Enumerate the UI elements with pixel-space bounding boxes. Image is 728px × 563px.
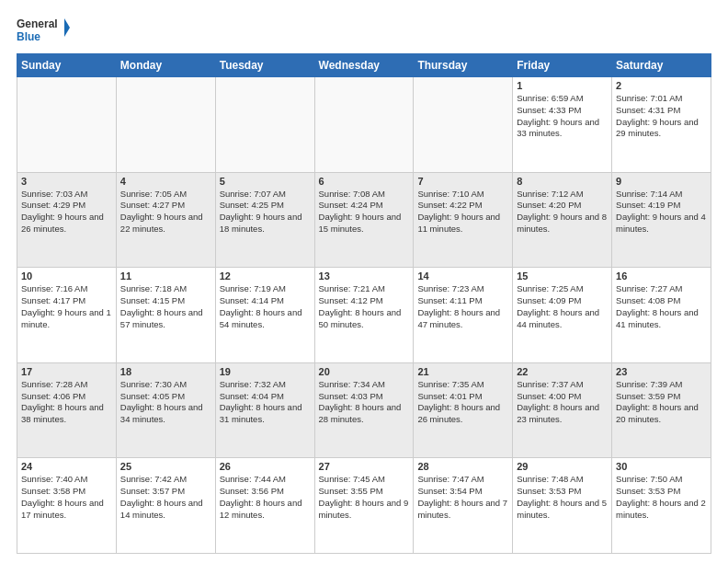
calendar-week-row: 17Sunrise: 7:28 AM Sunset: 4:06 PM Dayli…	[17, 362, 711, 458]
calendar-cell: 13Sunrise: 7:21 AM Sunset: 4:12 PM Dayli…	[314, 268, 414, 363]
calendar-cell: 12Sunrise: 7:19 AM Sunset: 4:14 PM Dayli…	[215, 268, 314, 363]
page: General Blue SundayMondayTuesdayWednesda…	[0, 0, 728, 563]
calendar-header-sunday: Sunday	[17, 54, 117, 77]
day-info: Sunrise: 7:35 AM Sunset: 4:01 PM Dayligh…	[417, 379, 508, 426]
calendar-cell	[116, 77, 215, 173]
day-info: Sunrise: 7:40 AM Sunset: 3:58 PM Dayligh…	[21, 474, 112, 521]
calendar-header-friday: Friday	[513, 54, 612, 77]
calendar-cell	[215, 77, 314, 173]
day-info: Sunrise: 7:19 AM Sunset: 4:14 PM Dayligh…	[220, 283, 311, 330]
day-number: 28	[417, 461, 508, 472]
day-info: Sunrise: 7:48 AM Sunset: 3:53 PM Dayligh…	[517, 474, 608, 521]
calendar-cell: 26Sunrise: 7:44 AM Sunset: 3:56 PM Dayli…	[215, 458, 314, 554]
calendar-week-row: 10Sunrise: 7:16 AM Sunset: 4:17 PM Dayli…	[17, 268, 711, 363]
day-number: 11	[120, 270, 211, 282]
calendar-header-monday: Monday	[116, 54, 215, 77]
calendar-cell	[314, 77, 414, 173]
calendar-week-row: 24Sunrise: 7:40 AM Sunset: 3:58 PM Dayli…	[17, 458, 711, 554]
calendar-table: SundayMondayTuesdayWednesdayThursdayFrid…	[17, 53, 711, 554]
day-info: Sunrise: 7:25 AM Sunset: 4:09 PM Dayligh…	[517, 283, 608, 330]
calendar-cell: 20Sunrise: 7:34 AM Sunset: 4:03 PM Dayli…	[314, 362, 414, 458]
day-number: 24	[21, 461, 112, 472]
day-number: 29	[517, 461, 608, 472]
day-number: 30	[616, 461, 707, 472]
day-info: Sunrise: 7:44 AM Sunset: 3:56 PM Dayligh…	[220, 474, 311, 521]
day-info: Sunrise: 7:50 AM Sunset: 3:53 PM Dayligh…	[616, 474, 707, 521]
day-number: 25	[120, 461, 211, 472]
day-number: 14	[417, 270, 508, 282]
day-info: Sunrise: 7:45 AM Sunset: 3:55 PM Dayligh…	[319, 474, 410, 521]
logo: General Blue	[17, 15, 72, 48]
day-number: 27	[319, 461, 410, 472]
calendar-cell: 22Sunrise: 7:37 AM Sunset: 4:00 PM Dayli…	[513, 362, 612, 458]
day-number: 17	[21, 366, 112, 377]
calendar-cell: 27Sunrise: 7:45 AM Sunset: 3:55 PM Dayli…	[314, 458, 414, 554]
day-info: Sunrise: 7:03 AM Sunset: 4:29 PM Dayligh…	[21, 189, 112, 236]
day-info: Sunrise: 7:42 AM Sunset: 3:57 PM Dayligh…	[120, 474, 211, 521]
calendar-header-tuesday: Tuesday	[215, 54, 314, 77]
day-info: Sunrise: 7:01 AM Sunset: 4:31 PM Dayligh…	[616, 93, 707, 140]
day-info: Sunrise: 7:10 AM Sunset: 4:22 PM Dayligh…	[417, 189, 508, 236]
svg-text:General: General	[17, 17, 58, 30]
day-number: 16	[616, 270, 707, 282]
calendar-header-wednesday: Wednesday	[314, 54, 414, 77]
day-info: Sunrise: 7:08 AM Sunset: 4:24 PM Dayligh…	[319, 189, 410, 236]
day-number: 1	[517, 80, 608, 91]
calendar-week-row: 3Sunrise: 7:03 AM Sunset: 4:29 PM Daylig…	[17, 172, 711, 268]
calendar-cell: 21Sunrise: 7:35 AM Sunset: 4:01 PM Dayli…	[414, 362, 513, 458]
day-number: 12	[220, 270, 311, 282]
calendar-cell: 17Sunrise: 7:28 AM Sunset: 4:06 PM Dayli…	[17, 362, 117, 458]
day-number: 23	[616, 366, 707, 377]
calendar-cell: 30Sunrise: 7:50 AM Sunset: 3:53 PM Dayli…	[612, 458, 711, 554]
day-number: 20	[319, 366, 410, 377]
calendar-cell: 19Sunrise: 7:32 AM Sunset: 4:04 PM Dayli…	[215, 362, 314, 458]
day-number: 5	[220, 176, 311, 187]
calendar-cell: 5Sunrise: 7:07 AM Sunset: 4:25 PM Daylig…	[215, 172, 314, 268]
header: General Blue	[17, 15, 711, 48]
calendar-cell: 16Sunrise: 7:27 AM Sunset: 4:08 PM Dayli…	[612, 268, 711, 363]
calendar-header-thursday: Thursday	[414, 54, 513, 77]
calendar-cell: 23Sunrise: 7:39 AM Sunset: 3:59 PM Dayli…	[612, 362, 711, 458]
calendar-cell	[414, 77, 513, 173]
svg-marker-2	[64, 18, 70, 37]
day-info: Sunrise: 7:05 AM Sunset: 4:27 PM Dayligh…	[120, 189, 211, 236]
calendar-cell: 14Sunrise: 7:23 AM Sunset: 4:11 PM Dayli…	[414, 268, 513, 363]
calendar-cell: 25Sunrise: 7:42 AM Sunset: 3:57 PM Dayli…	[116, 458, 215, 554]
day-info: Sunrise: 7:23 AM Sunset: 4:11 PM Dayligh…	[417, 283, 508, 330]
calendar-cell: 6Sunrise: 7:08 AM Sunset: 4:24 PM Daylig…	[314, 172, 414, 268]
calendar-cell: 8Sunrise: 7:12 AM Sunset: 4:20 PM Daylig…	[513, 172, 612, 268]
day-info: Sunrise: 6:59 AM Sunset: 4:33 PM Dayligh…	[517, 93, 608, 140]
day-number: 22	[517, 366, 608, 377]
svg-text:Blue: Blue	[17, 30, 40, 43]
day-number: 19	[220, 366, 311, 377]
calendar-cell: 28Sunrise: 7:47 AM Sunset: 3:54 PM Dayli…	[414, 458, 513, 554]
calendar-week-row: 1Sunrise: 6:59 AM Sunset: 4:33 PM Daylig…	[17, 77, 711, 173]
day-info: Sunrise: 7:28 AM Sunset: 4:06 PM Dayligh…	[21, 379, 112, 426]
calendar-cell: 10Sunrise: 7:16 AM Sunset: 4:17 PM Dayli…	[17, 268, 117, 363]
day-number: 9	[616, 176, 707, 187]
calendar-cell: 7Sunrise: 7:10 AM Sunset: 4:22 PM Daylig…	[414, 172, 513, 268]
day-info: Sunrise: 7:37 AM Sunset: 4:00 PM Dayligh…	[517, 379, 608, 426]
day-number: 4	[120, 176, 211, 187]
day-number: 18	[120, 366, 211, 377]
day-info: Sunrise: 7:12 AM Sunset: 4:20 PM Dayligh…	[517, 189, 608, 236]
day-info: Sunrise: 7:27 AM Sunset: 4:08 PM Dayligh…	[616, 283, 707, 330]
day-number: 21	[417, 366, 508, 377]
calendar-header-saturday: Saturday	[612, 54, 711, 77]
day-info: Sunrise: 7:14 AM Sunset: 4:19 PM Dayligh…	[616, 189, 707, 236]
day-info: Sunrise: 7:21 AM Sunset: 4:12 PM Dayligh…	[319, 283, 410, 330]
calendar-cell: 18Sunrise: 7:30 AM Sunset: 4:05 PM Dayli…	[116, 362, 215, 458]
day-info: Sunrise: 7:16 AM Sunset: 4:17 PM Dayligh…	[21, 283, 112, 330]
day-info: Sunrise: 7:30 AM Sunset: 4:05 PM Dayligh…	[120, 379, 211, 426]
day-info: Sunrise: 7:18 AM Sunset: 4:15 PM Dayligh…	[120, 283, 211, 330]
calendar-cell: 9Sunrise: 7:14 AM Sunset: 4:19 PM Daylig…	[612, 172, 711, 268]
day-number: 26	[220, 461, 311, 472]
calendar-cell: 4Sunrise: 7:05 AM Sunset: 4:27 PM Daylig…	[116, 172, 215, 268]
day-number: 2	[616, 80, 707, 91]
day-number: 10	[21, 270, 112, 282]
day-info: Sunrise: 7:07 AM Sunset: 4:25 PM Dayligh…	[220, 189, 311, 236]
day-number: 7	[417, 176, 508, 187]
day-number: 13	[319, 270, 410, 282]
calendar-cell: 29Sunrise: 7:48 AM Sunset: 3:53 PM Dayli…	[513, 458, 612, 554]
calendar-cell: 11Sunrise: 7:18 AM Sunset: 4:15 PM Dayli…	[116, 268, 215, 363]
